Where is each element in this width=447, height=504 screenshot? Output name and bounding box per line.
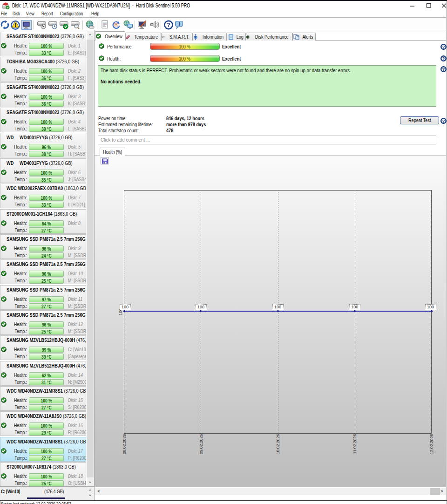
svg-text:?: ? bbox=[442, 44, 445, 49]
svg-text:?: ? bbox=[442, 56, 445, 61]
svg-text:i: i bbox=[178, 20, 180, 27]
svg-text:?: ? bbox=[167, 22, 170, 28]
svg-text:?: ? bbox=[442, 118, 445, 123]
svg-text:?: ? bbox=[442, 67, 445, 72]
